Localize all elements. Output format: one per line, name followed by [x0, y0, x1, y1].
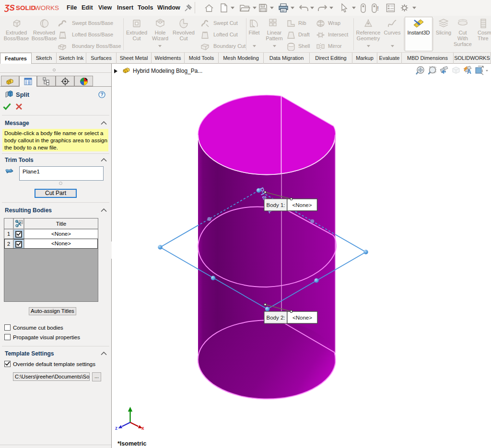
svg-text:*Isometric: *Isometric: [117, 440, 146, 447]
svg-text:<None>: <None>: [292, 315, 312, 321]
svg-text:!: !: [377, 5, 379, 12]
svg-text:Body 1:: Body 1:: [267, 202, 285, 208]
svg-text:?: ?: [101, 92, 104, 97]
svg-text:A: A: [467, 69, 471, 75]
svg-text:SOLID: SOLID: [16, 4, 36, 11]
svg-text:x: x: [141, 425, 144, 431]
svg-text:<None>: <None>: [292, 202, 312, 208]
svg-text:ƷS: ƷS: [4, 3, 15, 12]
svg-text:z: z: [115, 425, 117, 431]
svg-text:Body 2:: Body 2:: [267, 315, 285, 321]
svg-text:WORKS: WORKS: [35, 4, 59, 11]
